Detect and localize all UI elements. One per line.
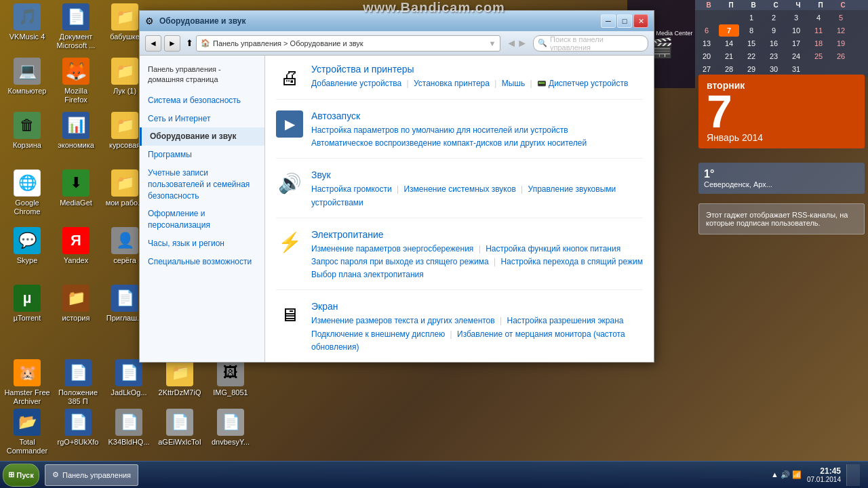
cal-day[interactable]: 10 [786, 24, 806, 37]
cal-day-today[interactable]: 7 [719, 24, 739, 37]
cal-day[interactable]: 9 [764, 24, 784, 37]
cal-day[interactable]: 29 [741, 63, 762, 75]
minimize-button[interactable]: ─ [601, 14, 616, 28]
cal-header-0: В [698, 1, 719, 9]
sidebar-item-clock[interactable]: Часы, язык и регион [140, 235, 264, 253]
device-manager-icon: 📟 [537, 79, 547, 87]
sidebar-item-system[interactable]: Система и безопасность [140, 92, 264, 110]
cal-day[interactable]: 22 [741, 50, 762, 62]
cal-day[interactable]: 1 [741, 12, 762, 24]
cal-day[interactable]: 13 [696, 37, 717, 49]
cal-day[interactable] [719, 12, 739, 24]
cal-day[interactable]: 24 [786, 50, 806, 62]
cal-day[interactable]: 15 [741, 37, 762, 49]
sidebar-item-accounts[interactable]: Учетные записи пользователей и семейная … [140, 164, 264, 205]
sound-title[interactable]: Звук [311, 169, 643, 180]
cal-day[interactable]: 26 [831, 50, 851, 62]
cal-day[interactable]: 4 [808, 12, 829, 24]
link-sound-volume[interactable]: Настройка громкости [311, 184, 392, 194]
cal-day[interactable]: 12 [831, 24, 851, 37]
link-autoplay-cd[interactable]: Автоматическое воспроизведение компакт-д… [311, 138, 587, 148]
desktop-icon-computer[interactable]: 💻 Компьютер [3, 58, 51, 96]
cal-day[interactable]: 28 [719, 63, 739, 75]
desktop-icon-torrent[interactable]: µ µTorrent [3, 285, 51, 323]
cal-day[interactable]: 14 [719, 37, 739, 49]
devices-title[interactable]: Устройства и принтеры [311, 64, 643, 75]
cal-day[interactable]: 20 [696, 50, 717, 62]
weather-widget: 1° Североденск, Арх... [698, 163, 865, 194]
desktop-icon-dnv[interactable]: 📄 dnvbesyY... [207, 409, 254, 455]
desktop-icon-yandex[interactable]: Я Yandex [52, 227, 100, 265]
desktop-icon-polozhenie[interactable]: 📄 Положение 385 П [54, 359, 102, 406]
cal-day[interactable]: 25 [808, 50, 829, 62]
cal-day[interactable]: 6 [696, 24, 717, 37]
link-power-password[interactable]: Запрос пароля при выходе из спящего режи… [311, 257, 489, 266]
desktop-icon-hamster[interactable]: 🐹 Hamster Free Archiver [3, 359, 51, 406]
cal-day[interactable]: 5 [831, 12, 851, 24]
show-desktop-button[interactable] [846, 464, 860, 486]
desktop-icon-rgo[interactable]: 📄 rgO+8UkXfo [54, 409, 102, 455]
desktop-icon-mediaget[interactable]: ⬇ MediaGet [52, 169, 100, 207]
cal-day[interactable]: 16 [764, 37, 784, 49]
cal-day[interactable]: 30 [764, 63, 784, 75]
sidebar-item-access[interactable]: Специальные возможности [140, 253, 264, 271]
desktop-icon-document[interactable]: 📄 Документ Microsoft ... [52, 3, 100, 50]
desktop-icon-historia[interactable]: 📁 история [52, 285, 100, 323]
link-add-device[interactable]: Добавление устройства [311, 79, 401, 88]
desktop-icon-chrome[interactable]: 🌐 Google Chrome [3, 169, 51, 216]
desktop-icon-skype[interactable]: 💬 Skype [3, 227, 51, 265]
taskbar-item-controlpanel[interactable]: ⚙ Панель управления [45, 464, 138, 486]
cal-day[interactable]: 31 [786, 63, 806, 75]
cal-day[interactable]: 23 [764, 50, 784, 62]
link-power-sleep[interactable]: Настройка перехода в спящий режим [500, 257, 642, 266]
desktop-icon-firefox[interactable]: 🦊 Mozilla Firefox [52, 58, 100, 104]
sidebar-item-programs[interactable]: Программы [140, 146, 264, 164]
cal-day[interactable]: 2 [764, 12, 784, 24]
link-screen-text[interactable]: Изменение размеров текста и других элеме… [311, 316, 495, 325]
power-title[interactable]: Электропитание [311, 229, 643, 240]
desktop-icon-k34bld[interactable]: 📄 K34BldHQ... [105, 409, 153, 455]
desktop-icon-agei[interactable]: 📄 aGEiWxIcToI [156, 409, 203, 455]
desktop-icon-economia[interactable]: 📊 экономика [52, 112, 100, 150]
desktop-icon-jadlik[interactable]: 📄 JadLkOg... [105, 359, 153, 406]
link-install-printer[interactable]: Установка принтера [414, 79, 490, 88]
sidebar-item-hardware[interactable]: Оборудование и звук [140, 127, 264, 146]
cal-day[interactable]: 27 [696, 63, 717, 75]
link-power-plan[interactable]: Выбор плана электропитания [311, 270, 424, 279]
maximize-button[interactable]: □ [617, 14, 632, 28]
sidebar-item-home[interactable]: Панель управления - домашняя страница [140, 61, 264, 89]
back-button[interactable]: ◄ [145, 35, 161, 52]
sep: | [397, 184, 399, 194]
cal-day[interactable]: 17 [786, 37, 806, 49]
cal-day[interactable]: 3 [786, 12, 806, 24]
link-screen-resolution[interactable]: Настройка разрешения экрана [507, 316, 623, 325]
address-bar[interactable]: 🏠 Панель управления > Оборудование и зву… [196, 35, 500, 52]
autoplay-title[interactable]: Автозапуск [311, 110, 643, 121]
link-power-settings[interactable]: Изменение параметров энергосбережения [311, 244, 473, 253]
cal-day[interactable]: 11 [808, 24, 829, 37]
link-sound-change[interactable]: Изменение системных звуков [403, 184, 515, 194]
desktop-icon-2kttr[interactable]: 📁 2KttrDzM7iQ [156, 359, 203, 406]
link-power-buttons[interactable]: Настройка функций кнопок питания [486, 244, 620, 253]
link-mouse[interactable]: Мышь [502, 79, 526, 88]
sidebar-item-network[interactable]: Сеть и Интернет [140, 110, 264, 128]
rss-widget: Этот гаджет отображает RSS-каналы, на ко… [698, 203, 865, 235]
cal-day[interactable]: 8 [741, 24, 762, 37]
link-screen-connect[interactable]: Подключение к внешнему дисплею [311, 329, 445, 339]
forward-button[interactable]: ► [164, 35, 180, 52]
desktop-icon-vkmusic[interactable]: 🎵 VKMusic 4 [3, 3, 51, 41]
link-device-manager[interactable]: Диспетчер устройств [549, 79, 628, 88]
desktop-icon-total[interactable]: 📂 Total Commander [3, 409, 51, 455]
link-autoplay-default[interactable]: Настройка параметров по умолчанию для но… [311, 125, 568, 135]
screen-title[interactable]: Экран [311, 301, 643, 312]
cal-day[interactable]: 19 [831, 37, 851, 49]
desktop-icon-img8051[interactable]: 🖼 IMG_8051 [207, 359, 254, 406]
desktop-icon-recycle[interactable]: 🗑 Корзина [3, 112, 51, 150]
cal-day[interactable] [696, 12, 717, 24]
close-button[interactable]: ✕ [633, 14, 648, 28]
sidebar-item-design[interactable]: Оформление и персонализация [140, 205, 264, 235]
start-button[interactable]: ⊞ Пуск [3, 464, 39, 487]
cal-day[interactable]: 18 [808, 37, 829, 49]
cal-day[interactable]: 21 [719, 50, 739, 62]
search-bar[interactable]: 🔍 Поиск в панели управления [533, 35, 648, 52]
